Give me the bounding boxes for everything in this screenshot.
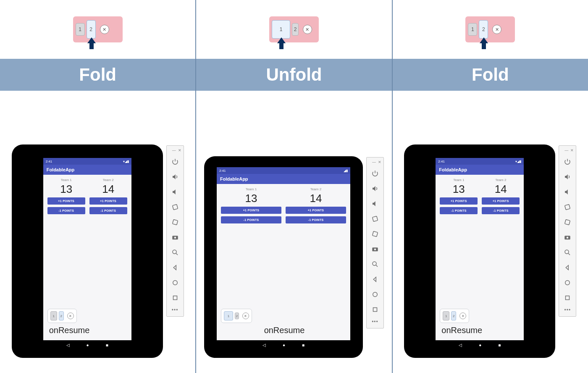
recent-icon[interactable]: ■ <box>302 343 304 347</box>
rotate-right-icon[interactable] <box>367 226 383 242</box>
emulator-toolbar-col2: — ✕ ••• <box>366 157 384 328</box>
diagram-top-row: 1 2 ✕ 1 2 ✕ 1 2 <box>0 0 588 59</box>
team1-plus-button[interactable]: +1 POINTS <box>440 197 478 205</box>
team1-plus-button[interactable]: +1 POINTS <box>47 197 85 205</box>
recent-icon[interactable] <box>167 290 184 305</box>
volume-down-icon[interactable] <box>367 196 383 211</box>
mini-key-1[interactable]: 1 <box>50 311 57 320</box>
team1-minus-button[interactable]: -1 POINTS <box>221 216 281 223</box>
fold-selector-col3: 1 2 ✕ <box>465 16 515 42</box>
svg-rect-16 <box>565 205 570 210</box>
rotate-left-icon[interactable] <box>167 200 184 215</box>
rotate-right-icon[interactable] <box>559 215 576 230</box>
svg-rect-0 <box>172 205 178 210</box>
minimize-icon[interactable]: — <box>172 148 176 152</box>
close-icon[interactable]: ✕ <box>303 25 312 34</box>
mini-key-2[interactable]: 2 <box>451 311 456 320</box>
home-icon[interactable]: ● <box>283 343 285 347</box>
close-icon[interactable]: ✕ <box>67 313 74 319</box>
lifecycle-label: onResume <box>49 326 127 335</box>
column-title-1: Fold <box>0 59 196 91</box>
back-icon[interactable]: ◁ <box>459 343 462 347</box>
volume-down-icon[interactable] <box>167 184 184 200</box>
rotate-left-icon[interactable] <box>367 211 383 226</box>
mini-key-2[interactable]: 2 <box>59 311 64 320</box>
lifecycle-label: onResume <box>223 326 346 335</box>
svg-line-13 <box>376 265 378 267</box>
signal-icon: ▾◢▮ <box>123 160 129 163</box>
home-icon[interactable] <box>367 287 383 302</box>
svg-rect-1 <box>172 220 178 225</box>
back-icon[interactable]: ◁ <box>262 343 266 347</box>
home-icon[interactable] <box>167 275 184 290</box>
team1-label: Team 1 <box>440 178 478 182</box>
mini-key-1[interactable]: 1 <box>224 311 233 320</box>
zoom-icon[interactable] <box>167 245 184 260</box>
fold-key-1-selected[interactable]: 1 <box>272 20 290 39</box>
svg-point-20 <box>565 250 569 254</box>
recent-icon[interactable] <box>367 302 383 317</box>
power-icon[interactable] <box>167 154 184 169</box>
team2-plus-button[interactable]: +1 POINTS <box>482 197 520 205</box>
rotate-left-icon[interactable] <box>559 200 576 215</box>
volume-up-icon[interactable] <box>167 169 184 184</box>
back-icon[interactable] <box>559 260 576 275</box>
team2-plus-button[interactable]: +1 POINTS <box>286 207 346 214</box>
mini-key-2[interactable]: 2 <box>235 313 239 319</box>
team1-minus-button[interactable]: -1 POINTS <box>47 207 85 214</box>
more-icon[interactable]: ••• <box>167 305 184 315</box>
camera-icon[interactable] <box>367 242 383 257</box>
team2-minus-button[interactable]: -1 POINTS <box>286 216 346 223</box>
volume-down-icon[interactable] <box>559 184 576 200</box>
fold-key-1[interactable]: 1 <box>468 23 477 36</box>
team2-plus-button[interactable]: +1 POINTS <box>89 197 127 205</box>
fold-key-2[interactable]: 2 <box>292 23 299 36</box>
power-icon[interactable] <box>367 166 383 181</box>
svg-line-5 <box>176 253 178 255</box>
more-icon[interactable]: ••• <box>559 305 576 315</box>
back-icon[interactable] <box>367 272 383 287</box>
volume-up-icon[interactable] <box>367 181 383 196</box>
rotate-right-icon[interactable] <box>167 215 184 230</box>
team1-score: 13 <box>221 192 281 205</box>
close-icon[interactable]: ✕ <box>492 25 501 34</box>
back-icon[interactable] <box>167 260 184 275</box>
team1-minus-button[interactable]: -1 POINTS <box>440 207 478 214</box>
close-icon[interactable]: ✕ <box>378 160 381 164</box>
team2-minus-button[interactable]: -1 POINTS <box>89 207 127 214</box>
diagram-title-row: Fold Unfold Fold <box>0 59 588 91</box>
fold-key-2-selected[interactable]: 2 <box>479 20 488 39</box>
camera-icon[interactable] <box>167 230 184 245</box>
close-icon[interactable]: ✕ <box>242 313 249 319</box>
status-bar: 2:41 ◢▮ <box>217 167 350 174</box>
svg-line-21 <box>569 253 570 255</box>
zoom-icon[interactable] <box>559 245 576 260</box>
zoom-icon[interactable] <box>367 257 383 272</box>
home-icon[interactable]: ● <box>479 343 481 347</box>
minimize-icon[interactable]: — <box>564 148 568 152</box>
recent-icon[interactable] <box>559 290 576 305</box>
back-icon[interactable]: ◁ <box>66 343 70 347</box>
recent-icon[interactable]: ■ <box>106 343 108 347</box>
column-title-3: Fold <box>393 59 588 91</box>
home-icon[interactable] <box>559 275 576 290</box>
close-icon[interactable]: ✕ <box>178 148 181 152</box>
power-icon[interactable] <box>559 154 576 169</box>
more-icon[interactable]: ••• <box>367 317 383 326</box>
camera-icon[interactable] <box>559 230 576 245</box>
team1-plus-button[interactable]: +1 POINTS <box>221 207 281 214</box>
volume-up-icon[interactable] <box>559 169 576 184</box>
fold-key-2-selected[interactable]: 2 <box>87 20 96 39</box>
lifecycle-label: onResume <box>441 326 520 335</box>
team2-minus-button[interactable]: -1 POINTS <box>482 207 520 214</box>
minimize-icon[interactable]: — <box>372 160 376 164</box>
svg-point-11 <box>374 249 376 251</box>
recent-icon[interactable]: ■ <box>498 343 501 347</box>
home-icon[interactable]: ● <box>87 343 89 347</box>
close-icon[interactable]: ✕ <box>459 313 466 319</box>
close-icon[interactable]: ✕ <box>100 25 109 34</box>
fold-key-1[interactable]: 1 <box>76 23 85 36</box>
close-icon[interactable]: ✕ <box>570 148 574 152</box>
mini-key-1[interactable]: 1 <box>443 311 449 320</box>
signal-icon: ◢▮ <box>344 169 348 173</box>
